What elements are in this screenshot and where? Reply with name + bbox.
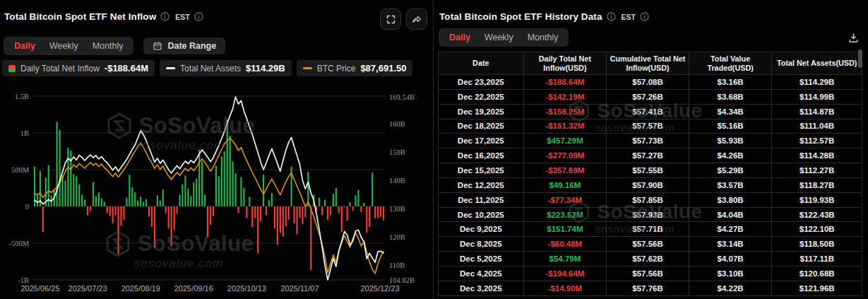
daily-inflow-cell: -$60.48M — [524, 237, 607, 252]
table-row: Dec 12,2025$49.16M$57.90B$3.57B$118.27B — [439, 178, 862, 193]
table-row: Dec 9,2025$151.74M$57.71B$4.27B$122.10B — [439, 222, 862, 237]
value-traded-cell: $3.14B — [689, 237, 773, 252]
net-assets-cell: $114.99B — [772, 90, 862, 105]
date-cell: Dec 9,2025 — [439, 222, 524, 237]
legend-item-2[interactable]: BTC Price$87,691.50 — [297, 60, 413, 76]
history-table: Date Daily Total Net Inflow(USD) Cumulat… — [438, 52, 862, 296]
daily-inflow-cell: -$158.25M — [524, 105, 607, 119]
svg-text:2025/10/13: 2025/10/13 — [227, 284, 266, 293]
table-tab-daily[interactable]: Daily — [443, 31, 477, 44]
info-icon[interactable] — [160, 12, 170, 21]
download-button[interactable] — [846, 30, 861, 45]
daily-inflow-cell: -$142.19M — [524, 90, 607, 105]
table-row: Dec 5,2025$54.79M$57.62B$4.07B$117.11B — [439, 252, 862, 266]
svg-text:130B: 130B — [389, 205, 405, 213]
net-assets-cell: $118.27B — [772, 178, 862, 193]
daily-inflow-cell: -$194.64M — [524, 266, 607, 281]
value-traded-cell: $3.80B — [689, 193, 773, 208]
value-traded-cell: $3.16B — [689, 75, 773, 90]
svg-text:-500M: -500M — [8, 240, 29, 247]
info-icon[interactable] — [607, 12, 616, 21]
legend-item-0[interactable]: Daily Total Net Inflow-$188.64M — [2, 60, 155, 76]
table-header-row: Date Daily Total Net Inflow(USD) Cumulat… — [439, 52, 862, 75]
tab-weekly[interactable]: Weekly — [43, 40, 85, 52]
info-icon[interactable] — [640, 12, 649, 21]
svg-text:169.54B: 169.54B — [389, 93, 415, 101]
daily-inflow-cell: -$357.69M — [524, 163, 607, 178]
net-assets-cell: $114.29B — [772, 75, 862, 90]
svg-text:140B: 140B — [389, 177, 405, 184]
daily-inflow-cell: $151.74M — [524, 222, 607, 237]
column-header-total-net-assets[interactable]: Total Net Assets(USD) — [772, 52, 862, 75]
net-assets-cell: $122.10B — [772, 222, 862, 237]
est-label: EST — [175, 13, 189, 21]
history-data-title: Total Bitcoin Spot ETF History Data — [439, 11, 602, 22]
value-traded-cell: $4.34B — [689, 105, 773, 119]
tab-daily[interactable]: Daily — [8, 40, 42, 52]
line-swatch-icon — [303, 67, 312, 69]
table-row: Dec 17,2025$457.29M$57.73B$5.93B$112.57B — [439, 134, 862, 148]
chart-period-tabs: DailyWeeklyMonthly — [4, 37, 133, 55]
legend-item-1[interactable]: Total Net Assets$114.29B — [160, 60, 292, 76]
date-cell: Dec 22,2025 — [439, 90, 524, 105]
svg-text:500M: 500M — [11, 166, 30, 174]
table-tab-weekly[interactable]: Weekly — [478, 31, 520, 44]
column-header-cumulative-net-inflow[interactable]: Cumulative Total Net Inflow(USD) — [607, 52, 689, 75]
cumulative-inflow-cell: $57.41B — [607, 105, 689, 119]
net-assets-cell: $118.50B — [772, 237, 862, 252]
cumulative-inflow-cell: $57.57B — [607, 119, 689, 134]
cumulative-inflow-cell: $57.27B — [607, 148, 689, 163]
date-cell: Dec 23,2025 — [439, 75, 524, 90]
net-inflow-chart[interactable]: 1.5B1B500M0-500M-1B169.54B160B150B140B13… — [0, 85, 433, 299]
fullscreen-button[interactable] — [380, 8, 401, 30]
table-body: Dec 23,2025-$188.64M$57.08B$3.16B$114.29… — [439, 75, 862, 296]
line-swatch-icon — [166, 67, 175, 69]
svg-text:150B: 150B — [389, 148, 405, 156]
daily-inflow-cell: -$188.64M — [524, 75, 607, 90]
svg-text:1B: 1B — [20, 129, 29, 137]
table-scrollbar-thumb[interactable] — [858, 49, 862, 68]
daily-inflow-cell: $54.79M — [524, 252, 607, 266]
table-row: Dec 8,2025-$60.48M$57.56B$3.14B$118.50B — [439, 237, 862, 252]
net-assets-cell: $120.68B — [772, 266, 862, 281]
date-cell: Dec 5,2025 — [439, 252, 524, 266]
value-traded-cell: $3.10B — [689, 266, 773, 281]
history-data-panel: Total Bitcoin Spot ETF History Data EST … — [433, 0, 868, 299]
svg-text:2025/06/25: 2025/06/25 — [20, 284, 59, 293]
legend-value: -$188.64M — [105, 63, 148, 74]
svg-text:104.82B: 104.82B — [389, 276, 415, 284]
table-row: Dec 10,2025$223.52M$57.93B$4.04B$122.43B — [439, 208, 862, 223]
cumulative-inflow-cell: $57.56B — [607, 237, 689, 252]
net-assets-cell: $114.28B — [772, 148, 862, 163]
net-inflow-chart-area: 1.5B1B500M0-500M-1B169.54B160B150B140B13… — [0, 85, 433, 299]
svg-text:2025/08/19: 2025/08/19 — [121, 284, 160, 293]
svg-text:160B: 160B — [389, 120, 405, 128]
svg-text:0: 0 — [25, 203, 29, 211]
value-traded-cell: $3.57B — [689, 178, 773, 193]
net-assets-cell: $112.57B — [772, 134, 862, 148]
table-period-tabs: DailyWeeklyMonthly — [439, 28, 569, 47]
table-tab-monthly[interactable]: Monthly — [521, 31, 565, 44]
tab-monthly[interactable]: Monthly — [86, 40, 130, 52]
value-traded-cell: $5.29B — [689, 163, 773, 178]
column-header-daily-net-inflow[interactable]: Daily Total Net Inflow(USD) — [524, 52, 607, 75]
daily-inflow-cell: $223.52M — [524, 208, 607, 223]
legend-value: $114.29B — [246, 63, 285, 74]
value-traded-cell: $4.22B — [689, 281, 773, 296]
value-traded-cell: $4.27B — [689, 222, 773, 237]
daily-inflow-cell: $457.29M — [524, 134, 607, 148]
column-header-date[interactable]: Date — [439, 52, 524, 75]
date-cell: Dec 18,2025 — [439, 119, 524, 134]
value-traded-cell: $5.93B — [689, 134, 773, 148]
date-cell: Dec 12,2025 — [439, 178, 524, 193]
value-traded-cell: $4.04B — [689, 208, 773, 223]
est-label: EST — [622, 13, 636, 21]
share-button[interactable] — [406, 8, 427, 30]
net-assets-cell: $121.96B — [772, 281, 862, 296]
date-range-button[interactable]: Date Range — [143, 37, 225, 54]
calendar-icon — [153, 41, 162, 51]
net-assets-cell: $112.27B — [772, 163, 862, 178]
column-header-total-value-traded[interactable]: Total Value Traded(USD) — [689, 52, 773, 75]
cumulative-inflow-cell: $57.71B — [607, 222, 689, 237]
info-icon[interactable] — [194, 12, 203, 21]
